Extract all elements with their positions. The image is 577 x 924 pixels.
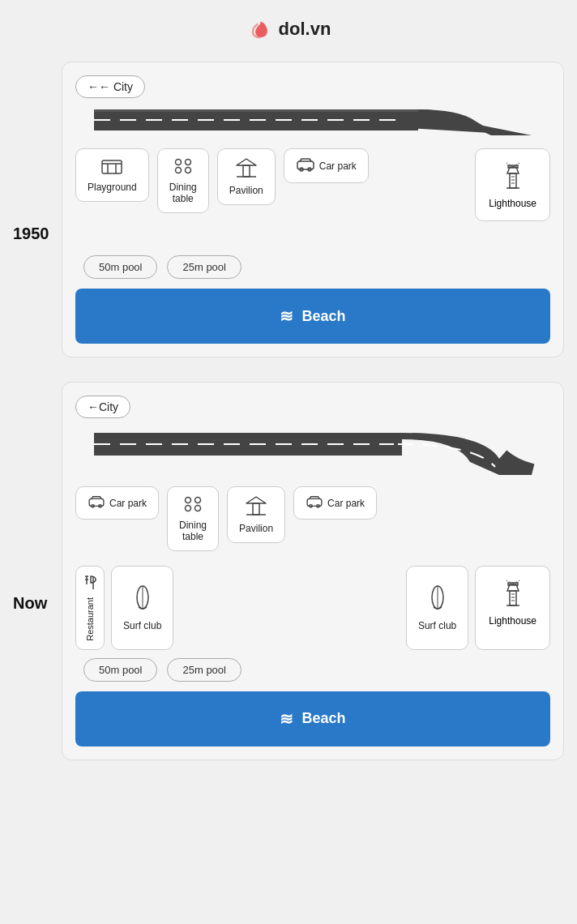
pavilion-box-1950: Pavilion — [217, 148, 276, 205]
beach-label-1950: Beach — [301, 308, 345, 325]
pavilion-icon-now — [245, 495, 267, 519]
dining-table-icon-1950 — [172, 157, 194, 178]
svg-point-8 — [185, 160, 190, 165]
svg-point-9 — [175, 168, 181, 173]
car-park-right-now: Car park — [293, 486, 377, 520]
playground-icon — [100, 157, 123, 178]
playground-box: Playground — [75, 148, 149, 202]
surf-club-left-label-now: Surf club — [123, 620, 161, 631]
dining-table-icon-now — [182, 495, 204, 515]
pavilion-label-now: Pavilion — [239, 523, 273, 534]
surf-club-left-now: Surf club — [111, 566, 173, 650]
road-svg-now — [75, 426, 550, 475]
lighthouse-icon-now — [500, 578, 526, 610]
svg-rect-49 — [510, 591, 516, 605]
svg-rect-3 — [102, 160, 122, 173]
logo-area: dol.vn — [246, 16, 331, 42]
car-park-left-now: Car park — [75, 486, 159, 520]
svg-point-31 — [186, 498, 191, 503]
beach-waves-icon-now: ≋ — [280, 709, 293, 729]
pavilion-icon-1950 — [235, 157, 258, 181]
items-area-1950: Playground Diningtable — [75, 148, 550, 246]
lighthouse-box-now: Lighthouse — [475, 566, 550, 650]
restaurant-box-now: Restaurant — [75, 566, 105, 650]
svg-rect-17 — [510, 173, 516, 188]
arrow-left-icon-1950: ← — [88, 80, 99, 93]
svg-marker-11 — [237, 159, 256, 165]
diagram-now-box: ← City — [62, 382, 564, 760]
beach-box-now: ≋ Beach — [75, 691, 550, 746]
svg-rect-36 — [253, 503, 259, 515]
pavilion-label-1950: Pavilion — [229, 185, 263, 196]
svg-point-33 — [186, 506, 191, 511]
year-now-label: Now — [13, 382, 62, 760]
road-now — [75, 426, 550, 475]
beach-waves-icon-1950: ≋ — [280, 306, 293, 326]
pool-row-now: 50m pool 25m pool — [75, 658, 550, 682]
surf-club-right-label-now: Surf club — [418, 620, 456, 631]
car-park-left-icon-now — [88, 495, 105, 511]
pool-50m-1950: 50m pool — [83, 255, 157, 279]
road-svg-1950 — [75, 106, 550, 135]
spacer-now — [180, 566, 400, 650]
car-park-right-label-now: Car park — [327, 498, 365, 509]
lighthouse-label-1950: Lighthouse — [489, 198, 536, 209]
svg-rect-12 — [243, 165, 250, 177]
beach-label-now: Beach — [301, 710, 345, 727]
svg-point-7 — [175, 160, 181, 165]
dining-table-label-now: Diningtable — [179, 520, 207, 542]
car-park-right-icon-now — [306, 495, 323, 511]
dining-table-box-now: Diningtable — [167, 486, 219, 551]
lighthouse-box-1950: Lighthouse — [475, 148, 550, 221]
lighthouse-label-now: Lighthouse — [489, 615, 536, 627]
restaurant-icon-now — [83, 575, 96, 594]
city-label-now: ← City — [75, 396, 130, 418]
diagram-1950-wrapper: 1950 ← ← City — [13, 62, 564, 357]
dol-logo-icon — [246, 16, 272, 42]
road-1950 — [75, 106, 550, 135]
pool-row-1950: 50m pool 25m pool — [75, 255, 550, 279]
items-top-now: Car park Diningtable — [75, 486, 550, 559]
diagram-now-wrapper: Now ← City — [13, 382, 564, 760]
restaurant-label-now: Restaurant — [85, 597, 95, 641]
city-text-now: City — [99, 400, 118, 413]
city-label-1950: ← ← City — [75, 75, 145, 98]
surf-club-right-now: Surf club — [406, 566, 468, 650]
bottom-row-now: Restaurant Surf club — [75, 566, 550, 650]
pool-50m-now: 50m pool — [83, 658, 157, 682]
svg-point-34 — [195, 506, 201, 511]
surfboard-right-icon-now — [430, 584, 446, 616]
logo-text: dol.vn — [279, 19, 331, 40]
city-text-1950: ← City — [99, 80, 133, 93]
dining-table-label-1950: Diningtable — [169, 182, 197, 204]
pavilion-box-now: Pavilion — [227, 486, 285, 543]
arrow-left-icon-now: ← — [88, 400, 99, 413]
car-park-label-1950: Car park — [319, 160, 357, 172]
svg-rect-2 — [94, 109, 418, 112]
car-park-icon-1950 — [296, 157, 315, 174]
pool-25m-now: 25m pool — [167, 658, 241, 682]
svg-marker-35 — [246, 497, 266, 503]
car-park-box-1950: Car park — [284, 148, 369, 183]
lighthouse-icon-1950 — [500, 160, 526, 193]
diagram-1950-box: ← ← City — [62, 62, 564, 357]
playground-label: Playground — [88, 182, 137, 193]
svg-point-10 — [185, 168, 190, 173]
dining-table-box-1950: Diningtable — [157, 148, 209, 213]
pool-25m-1950: 25m pool — [167, 255, 241, 279]
beach-box-1950: ≋ Beach — [75, 289, 550, 344]
svg-point-32 — [195, 498, 201, 503]
surfboard-left-icon-now — [135, 584, 151, 616]
year-1950-label: 1950 — [13, 62, 62, 357]
car-park-left-label-now: Car park — [109, 498, 147, 509]
